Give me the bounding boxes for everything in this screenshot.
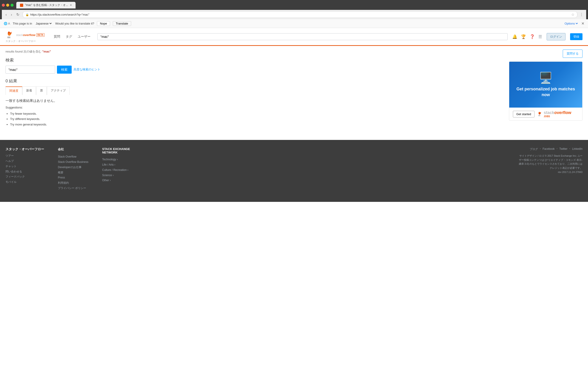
sort-tab-relevance[interactable]: 関連度 — [6, 86, 22, 95]
site-nav: 質問 タグ ユーザー — [52, 33, 93, 40]
footer-link-privacy[interactable]: プライバシー ポリシー — [58, 186, 88, 191]
minimize-window-button[interactable] — [6, 4, 9, 7]
logo-overflow-text: stackoverflow — [16, 33, 35, 37]
footer-link-feedback[interactable]: フィードバック — [6, 174, 44, 179]
footer-col-logo: スタック・オーバーフロー ツアー ヘルプ チャット 問い合わせる フィードバック… — [6, 147, 44, 191]
footer-network-life-arts[interactable]: Life / Arts › — [102, 162, 130, 167]
window-controls — [2, 4, 14, 7]
search-row: 検索 高度な検索のヒント — [6, 66, 100, 74]
content-area: results found 次の値を含む "mac" 検索 検索 高度な検索のヒ… — [6, 50, 504, 127]
svg-rect-1 — [7, 37, 10, 38]
footer-network-technology[interactable]: Technology › — [102, 157, 130, 162]
footer-company-title: 会社 — [58, 147, 88, 151]
jobs-logo-text: stackoverflow — [544, 110, 571, 115]
sort-tab-votes[interactable]: 票 — [36, 86, 47, 95]
footer-blog-link[interactable]: ブログ — [530, 147, 538, 151]
suggestion-item: Try fewer keywords. — [10, 111, 100, 116]
logo-jp-text: スタック・オーバーフロー — [6, 40, 36, 43]
so-jobs-logo: stackoverflow JOBS — [537, 110, 571, 118]
bookmark-icon[interactable]: ☆ — [571, 12, 574, 17]
sort-tab-newest[interactable]: 新着 — [22, 86, 36, 95]
stackoverflow-flame-icon — [6, 30, 14, 40]
nav-users[interactable]: ユーザー — [75, 33, 93, 40]
beta-badge: BETA — [36, 33, 44, 37]
sort-tab-active[interactable]: アクティブ — [47, 86, 69, 95]
footer-grid: スタック・オーバーフロー ツアー ヘルプ チャット 問い合わせる フィードバック… — [6, 147, 582, 191]
search-section-title: 検索 — [6, 57, 100, 63]
nav-tags[interactable]: タグ — [63, 33, 74, 40]
suggestion-item: Try different keywords. — [10, 116, 100, 122]
footer-network-culture[interactable]: Culture / Recreation › — [102, 167, 130, 173]
maximize-window-button[interactable] — [10, 4, 14, 7]
suggestions-label: Suggestions: — [6, 106, 100, 109]
svg-rect-0 — [7, 37, 10, 37]
tab-favicon — [20, 4, 23, 7]
active-tab[interactable]: "mac" を含む投稿 - スタック・オ... ✕ — [16, 2, 76, 8]
inbox-icon[interactable]: 🔔 — [512, 34, 517, 39]
translate-icon: 🌐 A — [4, 22, 10, 25]
nav-questions[interactable]: 質問 — [52, 33, 62, 40]
advanced-search-hint[interactable]: 高度な検索のヒント — [73, 66, 100, 74]
tab-close-button[interactable]: ✕ — [70, 4, 72, 7]
footer-col-company: 会社 Stack Overflow Stack Overflow Busines… — [58, 147, 88, 191]
footer-link-chat[interactable]: チャット — [6, 164, 44, 169]
footer-network-other[interactable]: Other › — [102, 178, 130, 183]
language-select[interactable]: Japanese — [35, 22, 52, 25]
search-input[interactable] — [6, 66, 55, 74]
footer-linkedin-link[interactable]: LinkedIn — [572, 147, 582, 151]
sidebar: 質問する 🖥️ Get personalized job matches now… — [509, 50, 582, 127]
address-input[interactable]: 🔒 https://ja.stackoverflow.com/search?q=… — [23, 11, 578, 18]
tab-title: "mac" を含む投稿 - スタック・オ... — [25, 3, 68, 7]
footer-link-stackoverflow[interactable]: Stack Overflow — [58, 154, 88, 159]
signup-button[interactable]: 登録 — [570, 33, 582, 40]
ad-box: 🖥️ Get personalized job matches now Get … — [509, 61, 582, 121]
search-submit-button[interactable]: 検索 — [57, 66, 72, 74]
address-bar: ‹ › ↻ 🔒 https://ja.stackoverflow.com/sea… — [2, 10, 586, 19]
footer-copyright: サイトデザイン / ロゴ © 2017 Stack Exchange Inc; … — [518, 154, 582, 174]
search-query-highlight: "mac" — [42, 50, 51, 53]
close-window-button[interactable] — [2, 4, 5, 7]
desk-illustration: 🖥️ — [539, 72, 553, 84]
footer-link-about[interactable]: 概要 — [58, 170, 88, 175]
footer-facebook-link[interactable]: Facebook — [543, 147, 555, 151]
tab-bar: "mac" を含む投稿 - スタック・オ... ✕ — [16, 2, 76, 8]
help-icon[interactable]: ❓ — [530, 34, 535, 39]
header-icons: 🔔 🏆 ❓ ☰ — [512, 34, 542, 39]
footer-link-mobile[interactable]: モバイル — [6, 179, 44, 185]
footer-link-tour[interactable]: ツアー — [6, 153, 44, 158]
menu-icon[interactable]: ☰ — [538, 34, 542, 39]
translate-button[interactable]: Translate — [113, 21, 131, 26]
achievements-icon[interactable]: 🏆 — [521, 34, 526, 39]
logo-area[interactable]: stackoverflow BETA スタック・オーバーフロー — [6, 30, 44, 43]
footer-right: ブログ • Facebook • Twitter • LinkedIn サイトデ… — [518, 147, 582, 191]
nope-button[interactable]: Nope — [97, 21, 110, 26]
no-results-message: 一致する検索結果はありません。 — [6, 99, 100, 103]
browser-menu-icon[interactable]: ⋮ — [580, 12, 583, 17]
footer-link-help[interactable]: ヘルプ — [6, 158, 44, 164]
footer-link-press[interactable]: Press — [58, 175, 88, 180]
suggestions-list: Try fewer keywords. Try different keywor… — [10, 111, 100, 127]
forward-button[interactable]: › — [10, 12, 13, 17]
jobs-sub-text: JOBS — [544, 115, 571, 118]
results-count: 0 結果 — [6, 78, 100, 84]
back-button[interactable]: ‹ — [5, 12, 8, 17]
footer-social-links: ブログ • Facebook • Twitter • LinkedIn — [530, 147, 582, 151]
ad-image: 🖥️ Get personalized job matches now — [509, 62, 582, 108]
footer-link-contact[interactable]: 問い合わせる — [6, 169, 44, 174]
reload-button[interactable]: ↻ — [15, 12, 20, 17]
translate-bar: 🌐 A This page is in Japanese Would you l… — [0, 19, 588, 28]
translate-prompt: Would you like to translate it? — [55, 22, 94, 25]
get-started-button[interactable]: Get started — [513, 111, 535, 117]
footer-logo: スタック・オーバーフロー — [6, 147, 44, 151]
footer-twitter-link[interactable]: Twitter — [559, 147, 567, 151]
ask-question-button[interactable]: 質問する — [563, 50, 582, 58]
options-select[interactable]: Options — [564, 22, 579, 25]
secure-icon: 🔒 — [26, 13, 29, 16]
footer-network-science[interactable]: Science › — [102, 173, 130, 178]
login-button[interactable]: ログイン — [547, 33, 565, 40]
header-search-input[interactable] — [97, 33, 508, 40]
footer-link-business[interactable]: Stack Overflow Business — [58, 159, 88, 165]
close-translate-button[interactable]: ✕ — [581, 21, 584, 26]
footer-link-terms[interactable]: 利用規約 — [58, 180, 88, 186]
footer-link-developer[interactable]: Developerのお仕事 — [58, 165, 88, 170]
